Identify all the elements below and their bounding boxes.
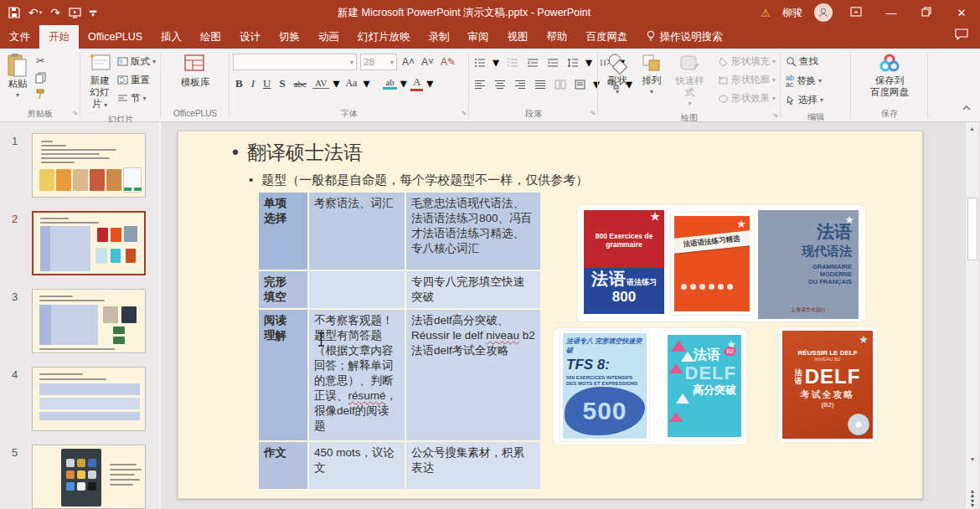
tab-home[interactable]: 开始 [39, 25, 79, 49]
redo-button[interactable]: ↷ [50, 6, 60, 19]
tab-help[interactable]: 帮助 [538, 25, 577, 49]
avatar[interactable] [814, 3, 833, 22]
clear-formatting-icon[interactable]: A✎ [439, 56, 457, 68]
next-slide-button[interactable]: ▼▼ [970, 499, 976, 507]
replace-button[interactable]: abac 替换▾ [786, 73, 823, 89]
font-name-combo[interactable]: ▾ [233, 54, 357, 70]
paste-button[interactable]: 粘贴 ▾ [3, 51, 32, 103]
new-slide-button[interactable]: 新建 幻灯片 ▾ [84, 51, 116, 113]
save-icon[interactable] [8, 7, 20, 18]
ribbon-display-options-button[interactable] [844, 7, 868, 19]
tab-draw[interactable]: 绘图 [191, 25, 230, 49]
copy-icon[interactable] [34, 70, 48, 85]
scroll-up-icon[interactable]: ▲ [966, 122, 978, 135]
close-button[interactable]: ✕ [950, 7, 973, 19]
slide-thumbnail-1[interactable] [32, 133, 146, 198]
tab-transitions[interactable]: 切换 [270, 25, 309, 49]
question-type-table[interactable]: 单项选择 考察语法、词汇 毛意忠法语现代语法、法语语法练习800、冯百才法语语法… [257, 191, 542, 491]
slide-2-editor[interactable]: •翻译硕士法语 •题型（一般都是自命题，每个学校题型不一样，仅供参考） 单项选择… [178, 131, 923, 499]
find-button[interactable]: 查找 [786, 54, 823, 69]
align-center-icon[interactable] [493, 77, 507, 91]
bullets-icon[interactable] [472, 55, 487, 69]
tab-review[interactable]: 审阅 [459, 25, 498, 49]
restore-button[interactable] [915, 7, 938, 19]
character-spacing-button[interactable]: AV [312, 78, 329, 89]
section-button[interactable]: 节▾ [117, 90, 156, 106]
format-painter-icon[interactable] [34, 87, 48, 101]
warning-icon[interactable]: ⚠ [761, 7, 771, 19]
shape-fill-button[interactable]: 形状填充▾ [718, 54, 776, 69]
clipboard-dialog-launcher[interactable]: ⇘ [72, 106, 78, 119]
book-cover-grammaire-moderne: ★ 法语 现代语法 GRAMMAIREMODERNEDU FRANÇAIS 上海… [758, 210, 859, 319]
drawing-dialog-launcher[interactable]: ⇘ [772, 109, 778, 121]
italic-button[interactable]: I [249, 77, 257, 90]
change-case-button[interactable]: Aa [343, 77, 359, 90]
select-button[interactable]: 选择▾ [786, 92, 823, 108]
tab-baidu-netdisk[interactable]: 百度网盘 [577, 25, 637, 49]
slide-number: 2 [0, 211, 32, 275]
paragraph-dialog-launcher[interactable]: ⇘ [590, 106, 596, 119]
save-to-baidu-button[interactable]: 保存到 百度网盘 [867, 51, 912, 100]
slide-number: 3 [0, 289, 32, 353]
slide-thumbnail-5[interactable] [32, 445, 146, 509]
tab-design[interactable]: 设计 [230, 25, 270, 49]
layout-button[interactable]: 版式▾ [117, 54, 156, 69]
increase-indent-icon[interactable] [545, 55, 560, 69]
tab-animations[interactable]: 动画 [309, 25, 348, 49]
customize-qat-button[interactable]: ▬▾ [90, 8, 96, 17]
slide-thumbnail-2[interactable] [32, 211, 146, 275]
tab-insert[interactable]: 插入 [152, 25, 191, 49]
justify-icon[interactable] [533, 77, 547, 91]
tab-slideshow[interactable]: 幻灯片放映 [348, 25, 420, 49]
shadow-button[interactable]: S [276, 77, 287, 90]
tab-file[interactable]: 文件 [0, 25, 39, 49]
line-spacing-icon[interactable] [565, 55, 580, 69]
tab-record[interactable]: 录制 [420, 25, 459, 49]
slide-subtitle[interactable]: •题型（一般都是自命题，每个学校题型不一样，仅供参考） [249, 172, 588, 188]
font-size-combo[interactable]: 28▾ [360, 54, 397, 70]
previous-slide-button[interactable]: ▲▲ [970, 489, 976, 497]
underline-button[interactable]: U [260, 77, 273, 90]
bold-button[interactable]: B [233, 77, 245, 90]
decrease-font-icon[interactable]: A˅ [420, 56, 436, 68]
increase-font-icon[interactable]: A˄ [400, 56, 416, 68]
align-text-icon[interactable] [573, 77, 587, 91]
vertical-scrollbar[interactable]: ▲ ▼ ▲▲ ▼▼ [965, 122, 978, 509]
tell-me-search[interactable]: 操作说明搜索 [637, 26, 731, 49]
font-color-button[interactable]: A [410, 75, 423, 91]
align-left-icon[interactable] [472, 77, 487, 91]
align-right-icon[interactable] [513, 77, 527, 91]
shape-effects-button[interactable]: 形状效果▾ [718, 90, 776, 106]
collapse-ribbon-button[interactable] [962, 100, 972, 115]
book-cover-reussir-delf: ★ RÉUSSIR LE DELF NIVEAU B2 法语 DELF 考试全攻… [782, 331, 873, 439]
account-name[interactable]: 柳骏 [782, 6, 802, 20]
template-library-button[interactable]: 模板库 [178, 51, 214, 90]
strikethrough-button[interactable]: abc [291, 79, 309, 89]
columns-icon[interactable] [553, 77, 567, 91]
scroll-down-icon[interactable]: ▼ [966, 453, 979, 465]
minimize-button[interactable]: — [879, 7, 903, 19]
scrollbar-thumb[interactable] [967, 198, 977, 260]
arrange-button[interactable]: 排列 ▾ [637, 51, 667, 100]
reset-button[interactable]: 重置 [117, 72, 156, 88]
undo-button[interactable]: ↶▾ [28, 6, 42, 19]
cut-icon[interactable]: ✂ [34, 54, 48, 68]
quick-styles-button[interactable]: 快速样式 ▾ [670, 51, 709, 111]
tab-view[interactable]: 视图 [498, 25, 538, 49]
book-panel-top: ★800 Exercices de grammaire 法语语法练习 800 ★… [577, 205, 865, 321]
book-panel-bottom-left: 法语专八 完形填空快速突破 TFS 8: 500 EXERCICES INTEN… [554, 328, 746, 445]
shapes-button[interactable]: 形状 ▾ [601, 51, 633, 100]
table-row: 阅读理解 不考察客观题！题型有简答题（根据文章内容回答；解释单词的意思）、判断正… [259, 310, 540, 440]
slide-thumbnail-4[interactable] [32, 367, 146, 431]
comments-icon[interactable] [955, 28, 980, 49]
font-dialog-launcher[interactable]: ⇘ [461, 106, 467, 119]
numbering-icon[interactable] [505, 55, 519, 69]
officeplus-group: 模板库 OfficePLUS [161, 49, 230, 121]
tab-officeplus[interactable]: OfficePLUS [79, 25, 152, 49]
start-slideshow-icon[interactable] [69, 8, 81, 18]
decrease-indent-icon[interactable] [525, 55, 539, 69]
shape-outline-button[interactable]: 形状轮廓▾ [718, 72, 776, 88]
slide-thumbnail-3[interactable] [32, 289, 146, 353]
slide-title[interactable]: •翻译硕士法语 [232, 140, 363, 166]
highlight-color-button[interactable]: ab [383, 77, 396, 90]
